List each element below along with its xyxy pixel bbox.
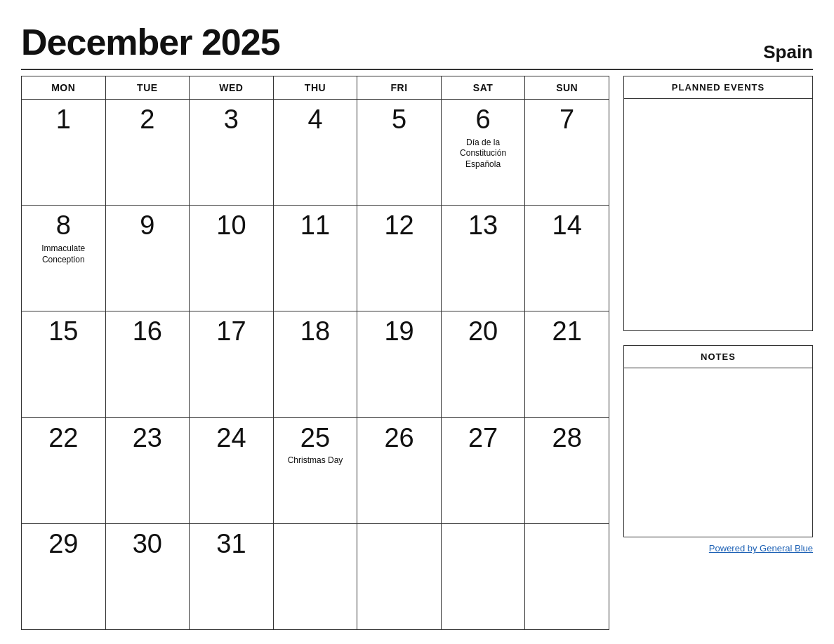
calendar-cell bbox=[357, 523, 442, 629]
day-event: Christmas Day bbox=[288, 455, 343, 467]
calendar-cell: 6Día de la Constitución Española bbox=[441, 100, 525, 206]
day-event: Immaculate Conception bbox=[29, 243, 98, 265]
calendar-cell: 16 bbox=[105, 311, 190, 417]
day-event: Día de la Constitución Española bbox=[449, 137, 518, 170]
calendar-cell: 7 bbox=[525, 100, 609, 206]
calendar-section: MON TUE WED THU FRI SAT SUN 123456Día de… bbox=[21, 76, 609, 630]
day-number: 25 bbox=[300, 424, 330, 453]
cell-content: 10 bbox=[197, 211, 266, 241]
day-number: 19 bbox=[384, 317, 413, 347]
calendar-cell: 20 bbox=[441, 311, 525, 417]
day-number: 7 bbox=[560, 105, 574, 135]
planned-events-body bbox=[624, 99, 812, 330]
cell-content: 19 bbox=[364, 317, 434, 347]
day-number: 14 bbox=[552, 211, 582, 241]
calendar-body: 123456Día de la Constitución Española78I… bbox=[22, 100, 609, 630]
main-content: MON TUE WED THU FRI SAT SUN 123456Día de… bbox=[21, 76, 813, 630]
calendar-cell: 4 bbox=[273, 100, 357, 206]
day-number: 31 bbox=[216, 530, 246, 559]
notes-body bbox=[624, 368, 812, 537]
day-number: 9 bbox=[140, 211, 154, 241]
powered-by-link[interactable]: Powered by General Blue bbox=[709, 543, 813, 554]
cell-content: 6Día de la Constitución Española bbox=[449, 105, 518, 170]
cell-content: 13 bbox=[449, 211, 518, 241]
cell-content: 28 bbox=[532, 424, 602, 453]
cell-content: 18 bbox=[281, 317, 350, 347]
cell-content: 30 bbox=[113, 530, 183, 559]
calendar-cell: 5 bbox=[357, 100, 442, 206]
calendar-cell: 12 bbox=[357, 206, 442, 311]
day-number: 30 bbox=[133, 530, 162, 559]
day-number: 2 bbox=[140, 105, 154, 135]
calendar-cell: 13 bbox=[441, 206, 525, 311]
cell-content: 14 bbox=[532, 211, 602, 241]
day-number: 12 bbox=[384, 211, 413, 241]
calendar-cell: 31 bbox=[190, 523, 274, 629]
calendar-cell bbox=[525, 523, 609, 629]
powered-by: Powered by General Blue bbox=[623, 543, 813, 554]
cell-content: 26 bbox=[364, 424, 434, 453]
cell-content: 24 bbox=[197, 424, 266, 453]
cell-content: 2 bbox=[113, 105, 183, 135]
cell-content: 9 bbox=[113, 211, 183, 241]
calendar-cell: 18 bbox=[273, 311, 357, 417]
page: December 2025 Spain MON TUE WED THU FRI … bbox=[0, 0, 834, 644]
calendar-cell: 15 bbox=[22, 311, 106, 417]
sidebar-section: PLANNED EVENTS NOTES Powered by General … bbox=[623, 76, 813, 630]
day-number: 1 bbox=[56, 105, 71, 135]
calendar-cell: 11 bbox=[273, 206, 357, 311]
cell-content: 16 bbox=[113, 317, 183, 347]
calendar-cell: 19 bbox=[357, 311, 442, 417]
day-number: 29 bbox=[48, 530, 78, 559]
cell-content: 31 bbox=[197, 530, 266, 559]
day-number: 3 bbox=[224, 105, 239, 135]
calendar-cell: 2 bbox=[105, 100, 190, 206]
calendar-week-1: 123456Día de la Constitución Española7 bbox=[22, 100, 609, 206]
day-number: 10 bbox=[216, 211, 246, 241]
weekday-thu: THU bbox=[273, 76, 357, 100]
day-number: 6 bbox=[476, 105, 491, 135]
sidebar-gap bbox=[623, 331, 813, 345]
cell-content: 8Immaculate Conception bbox=[29, 211, 98, 265]
cell-content: 15 bbox=[29, 317, 98, 347]
cell-content: 5 bbox=[364, 105, 434, 135]
calendar-cell: 24 bbox=[190, 417, 274, 523]
cell-content: 1 bbox=[29, 105, 98, 135]
cell-content: 20 bbox=[449, 317, 518, 347]
calendar-cell: 29 bbox=[22, 523, 106, 629]
day-number: 28 bbox=[552, 424, 582, 453]
cell-content: 21 bbox=[532, 317, 602, 347]
cell-content: 23 bbox=[113, 424, 183, 453]
weekday-sat: SAT bbox=[441, 76, 525, 100]
cell-content: 27 bbox=[449, 424, 518, 453]
day-number: 17 bbox=[216, 317, 246, 347]
calendar-cell bbox=[441, 523, 525, 629]
cell-content: 12 bbox=[364, 211, 434, 241]
calendar-cell: 26 bbox=[357, 417, 442, 523]
calendar-week-2: 8Immaculate Conception91011121314 bbox=[22, 206, 609, 311]
weekday-tue: TUE bbox=[105, 76, 190, 100]
calendar-cell: 14 bbox=[525, 206, 609, 311]
day-number: 15 bbox=[48, 317, 78, 347]
weekday-sun: SUN bbox=[525, 76, 609, 100]
day-number: 23 bbox=[133, 424, 162, 453]
cell-content: 22 bbox=[29, 424, 98, 453]
day-number: 11 bbox=[300, 211, 330, 241]
calendar-cell: 22 bbox=[22, 417, 106, 523]
planned-events-header: PLANNED EVENTS bbox=[624, 76, 812, 99]
calendar-cell: 21 bbox=[525, 311, 609, 417]
day-number: 5 bbox=[392, 105, 406, 135]
calendar-cell: 17 bbox=[190, 311, 274, 417]
calendar-cell: 30 bbox=[105, 523, 190, 629]
cell-content: 3 bbox=[197, 105, 266, 135]
day-number: 21 bbox=[552, 317, 582, 347]
day-number: 24 bbox=[216, 424, 246, 453]
calendar-cell bbox=[273, 523, 357, 629]
calendar-cell: 23 bbox=[105, 417, 190, 523]
day-number: 22 bbox=[48, 424, 78, 453]
calendar-cell: 9 bbox=[105, 206, 190, 311]
calendar-week-4: 22232425Christmas Day262728 bbox=[22, 417, 609, 523]
day-number: 4 bbox=[307, 105, 322, 135]
calendar-week-5: 293031 bbox=[22, 523, 609, 629]
day-number: 27 bbox=[468, 424, 498, 453]
